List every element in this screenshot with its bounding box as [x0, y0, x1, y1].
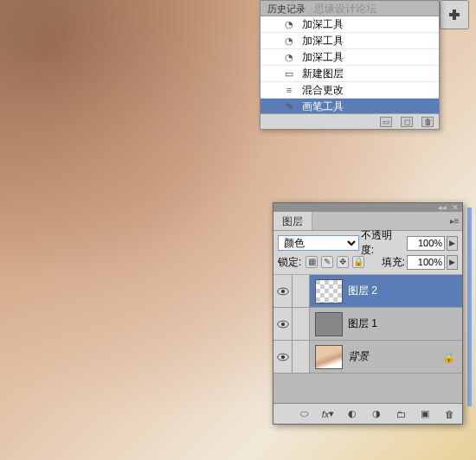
newlayer-icon: ▭: [281, 67, 297, 80]
minimize-icon[interactable]: ◂◂: [438, 204, 447, 212]
fill-input[interactable]: [407, 255, 445, 270]
layer-thumbnail[interactable]: [315, 312, 343, 336]
layer-row[interactable]: 图层 1: [273, 308, 462, 341]
link-cell[interactable]: [293, 308, 310, 340]
history-item-label: 加深工具: [302, 17, 344, 32]
layer-name-label[interactable]: 图层 2: [348, 284, 377, 298]
visibility-eye-icon[interactable]: [273, 308, 293, 340]
history-list: ◔加深工具◔加深工具◔加深工具▭新建图层≡混合更改✎画笔工具: [261, 16, 439, 114]
layers-empty-area[interactable]: [273, 374, 462, 403]
watermark-cn: 思缘设计论坛: [314, 2, 376, 16]
tool-button[interactable]: [440, 0, 469, 29]
history-item[interactable]: ◔加深工具: [261, 16, 439, 33]
history-new-snapshot-icon[interactable]: ◻: [401, 117, 413, 127]
adjustment-layer-icon[interactable]: ◑: [369, 408, 384, 420]
layers-controls: 颜色 不透明度: ▶ 锁定: ▦ ✎ ✥ 🔒 填充: ▶: [273, 231, 462, 275]
history-item[interactable]: ▭新建图层: [261, 66, 439, 82]
fill-label: 填充:: [382, 255, 405, 270]
opacity-label: 不透明度:: [361, 228, 405, 258]
svg-point-3: [280, 289, 284, 292]
history-item[interactable]: ◔加深工具: [261, 33, 439, 49]
layers-list: 图层 2图层 1背景🔒: [273, 275, 462, 374]
blend-mode-select[interactable]: 颜色: [278, 235, 359, 251]
history-item-label: 画笔工具: [302, 99, 344, 114]
layer-mask-icon[interactable]: ◐: [344, 408, 360, 420]
group-icon[interactable]: 🗀: [393, 408, 408, 420]
history-item-label: 加深工具: [302, 50, 344, 65]
delete-layer-icon[interactable]: 🗑: [441, 408, 457, 420]
lock-label: 锁定:: [278, 255, 301, 270]
fill-flyout-icon[interactable]: ▶: [447, 255, 458, 270]
visibility-eye-icon[interactable]: [273, 341, 293, 373]
tab-layers[interactable]: 图层: [273, 212, 312, 230]
lock-all-icon[interactable]: 🔒: [352, 256, 364, 268]
svg-point-7: [280, 355, 284, 358]
lock-position-icon[interactable]: ✥: [337, 256, 349, 268]
lock-transparency-icon[interactable]: ▦: [306, 256, 318, 268]
opacity-input[interactable]: [407, 236, 445, 251]
history-item-label: 混合更改: [302, 83, 344, 98]
brush-icon: ✎: [281, 100, 297, 112]
right-edge-strip: [467, 208, 472, 406]
history-panel: 历史记录 ◔加深工具◔加深工具◔加深工具▭新建图层≡混合更改✎画笔工具 ▭ ◻ …: [260, 0, 440, 130]
layer-name-label[interactable]: 背景: [348, 349, 369, 364]
layer-thumbnail[interactable]: [315, 279, 343, 303]
fx-icon[interactable]: fx▾: [320, 408, 336, 420]
panel-menu-icon[interactable]: ▸≡: [447, 212, 462, 230]
lock-pixels-icon[interactable]: ✎: [321, 256, 333, 268]
history-item[interactable]: ✎画笔工具: [261, 99, 439, 114]
svg-point-5: [280, 322, 284, 325]
link-layers-icon[interactable]: ⬭: [296, 408, 312, 420]
burn-icon: ◔: [281, 51, 297, 63]
tool-strip: [440, 0, 471, 31]
history-footer: ▭ ◻ 🗑: [261, 114, 439, 130]
burn-icon: ◔: [281, 18, 297, 30]
lock-indicator-icon: 🔒: [442, 351, 455, 363]
burn-icon: ◔: [281, 35, 297, 47]
new-layer-icon[interactable]: ▣: [417, 408, 433, 420]
layer-name-label[interactable]: 图层 1: [348, 316, 377, 331]
history-delete-icon[interactable]: 🗑: [421, 117, 434, 127]
layers-footer: ⬭ fx▾ ◐ ◑ 🗀 ▣ 🗑: [273, 403, 462, 424]
close-icon[interactable]: ✕: [452, 204, 459, 212]
blend-icon: ≡: [281, 84, 297, 96]
panel-drag-bar[interactable]: ◂◂ ✕: [273, 203, 462, 212]
link-cell[interactable]: [293, 275, 310, 307]
history-item-label: 新建图层: [302, 67, 344, 81]
opacity-flyout-icon[interactable]: ▶: [447, 236, 458, 251]
layer-row[interactable]: 背景🔒: [273, 341, 462, 374]
link-cell[interactable]: [293, 341, 310, 373]
history-item-label: 加深工具: [302, 34, 344, 48]
visibility-eye-icon[interactable]: [273, 275, 293, 307]
history-item[interactable]: ≡混合更改: [261, 82, 439, 99]
history-new-doc-icon[interactable]: ▭: [380, 117, 392, 127]
layers-panel: ◂◂ ✕ 图层 ▸≡ 颜色 不透明度: ▶ 锁定: ▦ ✎ ✥ 🔒 填充: ▶: [273, 202, 463, 425]
svg-rect-1: [449, 13, 460, 16]
history-item[interactable]: ◔加深工具: [261, 49, 439, 66]
layer-row[interactable]: 图层 2: [273, 275, 462, 308]
layer-thumbnail[interactable]: [315, 345, 343, 369]
